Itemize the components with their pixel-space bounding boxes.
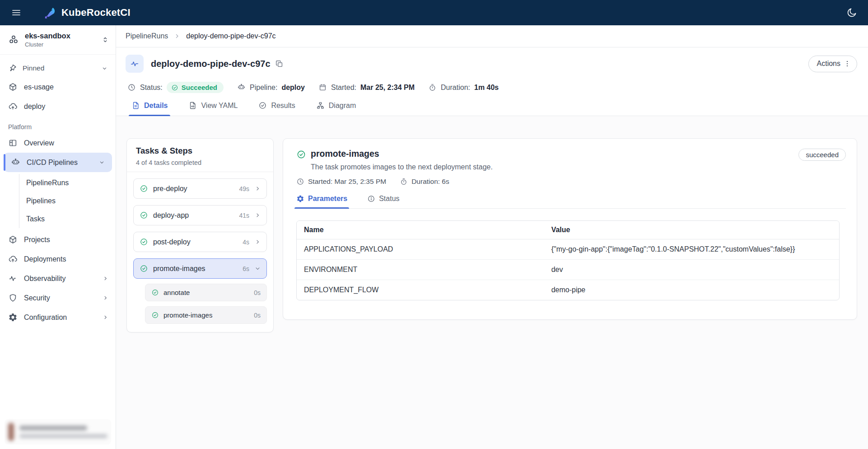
sidebar-item-es-usage[interactable]: es-usage	[0, 77, 116, 97]
sidebar-item-projects[interactable]: Projects	[0, 230, 116, 249]
task-row-promote-images[interactable]: promote-images 6s	[133, 258, 267, 279]
task-meta-row: Started: Mar 25, 2:35 PM Duration: 6s	[296, 178, 846, 186]
status-value: Succeeded	[182, 84, 217, 91]
step-name: promote-images	[163, 311, 249, 319]
chevron-right-icon	[254, 239, 261, 245]
tasks-card-title: Tasks & Steps	[136, 146, 264, 156]
clock-icon	[296, 178, 304, 186]
tasks-card-subtitle: 4 of 4 tasks completed	[136, 159, 264, 166]
details-content: Tasks & Steps 4 of 4 tasks completed pre…	[116, 116, 868, 449]
top-bar: KubeRocketCI	[0, 0, 868, 25]
stopwatch-icon	[400, 178, 408, 186]
cloud-upload-icon	[8, 254, 18, 264]
sidebar-subitem-pipelines[interactable]: Pipelines	[19, 192, 116, 210]
tab-parameters[interactable]: Parameters	[296, 195, 347, 208]
step-name: annotate	[163, 289, 249, 296]
file-code-icon	[188, 101, 197, 110]
cluster-name: eks-sandbox	[25, 32, 95, 40]
sidebar: eks-sandbox Cluster Pinned	[0, 25, 116, 449]
check-circle-icon	[140, 184, 148, 193]
param-value: {"my-go-gin-app":{"imageTag":"0.1.0-SNAP…	[544, 239, 839, 260]
sidebar-item-deploy[interactable]: deploy	[0, 97, 116, 116]
task-detail-tabs: Parameters Status	[296, 195, 846, 209]
step-duration: 0s	[254, 312, 261, 319]
table-row: APPLICATIONS_PAYLOAD {"my-go-gin-app":{"…	[297, 239, 839, 260]
task-name: deploy-app	[153, 211, 234, 220]
sidebar-section-pinned[interactable]: Pinned	[0, 59, 116, 77]
chevron-right-icon	[254, 212, 261, 219]
sidebar-item-cicd-pipelines[interactable]: CI/CD Pipelines	[4, 153, 112, 172]
user-profile[interactable]	[5, 419, 111, 444]
task-list: pre-deploy 49s deploy-app 41s post-deplo…	[127, 172, 273, 332]
table-row: ENVIRONMENT dev	[297, 260, 839, 280]
breadcrumb: PipelineRuns deploy-demo-pipe-dev-c97c	[116, 25, 868, 47]
activity-icon	[8, 274, 18, 283]
run-meta-row: Status: Succeeded Pipeline: deploy	[126, 82, 857, 93]
cube-icon	[8, 235, 18, 244]
tab-details[interactable]: Details	[131, 101, 168, 116]
task-detail-card: promote-images The task promotes images …	[283, 138, 857, 320]
cluster-type: Cluster	[25, 41, 95, 48]
chevron-right-icon	[102, 275, 109, 282]
sidebar-item-label: Overview	[24, 139, 54, 147]
check-circle-icon	[296, 150, 306, 159]
tab-label: View YAML	[201, 102, 238, 110]
sidebar-item-observability[interactable]: Observability	[0, 269, 116, 288]
sidebar-item-overview[interactable]: Overview	[0, 133, 116, 153]
calendar-icon	[318, 83, 327, 92]
task-row-deploy-app[interactable]: deploy-app 41s	[133, 205, 267, 225]
gear-icon	[296, 195, 304, 203]
step-row-promote-images[interactable]: promote-images 0s	[145, 306, 267, 324]
chevron-right-icon	[173, 33, 181, 40]
task-started-text: Started: Mar 25, 2:35 PM	[308, 178, 386, 186]
diagram-icon	[316, 101, 325, 110]
sidebar-subitem-pipelineruns[interactable]: PipelineRuns	[19, 174, 116, 192]
actions-button[interactable]: Actions	[808, 56, 857, 72]
task-duration: Duration: 6s	[400, 178, 449, 186]
step-row-annotate[interactable]: annotate 0s	[145, 284, 267, 301]
sidebar-item-label: deploy	[24, 103, 45, 111]
rocket-logo-icon	[43, 6, 57, 19]
unfold-icon	[101, 36, 109, 44]
sidebar-item-deployments[interactable]: Deployments	[0, 249, 116, 269]
sidebar-item-security[interactable]: Security	[0, 288, 116, 308]
task-row-pre-deploy[interactable]: pre-deploy 49s	[133, 178, 267, 199]
chevron-right-icon	[102, 294, 109, 302]
chevron-right-icon	[254, 185, 261, 192]
task-row-post-deploy[interactable]: post-deploy 4s	[133, 232, 267, 252]
app-window: KubeRocketCI eks-sandbox Cluster	[0, 0, 868, 449]
task-status-badge: succeeded	[798, 149, 846, 161]
status-label: Status:	[140, 84, 163, 92]
avatar	[8, 423, 14, 441]
breadcrumb-current: deploy-demo-pipe-dev-c97c	[186, 32, 275, 40]
platform-section-label: Platform	[8, 123, 116, 131]
task-name: post-deploy	[153, 238, 238, 246]
tab-results[interactable]: Results	[258, 101, 295, 116]
status-group: Status: Succeeded	[127, 82, 224, 93]
stopwatch-icon	[428, 83, 437, 92]
sidebar-item-configuration[interactable]: Configuration	[0, 308, 116, 327]
tab-diagram[interactable]: Diagram	[316, 101, 356, 116]
sidebar-item-label: CI/CD Pipelines	[27, 159, 78, 167]
dark-mode-toggle-icon[interactable]	[846, 7, 857, 18]
tab-status[interactable]: Status	[367, 195, 399, 208]
chevron-right-icon	[102, 313, 109, 321]
tab-label: Details	[144, 102, 168, 110]
task-started: Started: Mar 25, 2:35 PM	[296, 178, 386, 186]
breadcrumb-pipelineruns[interactable]: PipelineRuns	[126, 32, 168, 40]
task-duration-text: Duration: 6s	[411, 178, 449, 186]
started-label: Started:	[331, 84, 356, 92]
tab-view-yaml[interactable]: View YAML	[188, 101, 238, 116]
cluster-icon	[8, 34, 19, 45]
copy-icon[interactable]	[275, 60, 284, 68]
app-logo: KubeRocketCI	[43, 6, 131, 19]
cluster-selector[interactable]: eks-sandbox Cluster	[0, 25, 116, 55]
pipeline-value[interactable]: deploy	[281, 84, 305, 92]
menu-icon[interactable]	[11, 7, 22, 18]
sidebar-subitem-tasks[interactable]: Tasks	[19, 210, 116, 228]
user-info-redacted	[19, 426, 107, 438]
param-name: DEPLOYMENT_FLOW	[297, 280, 544, 300]
table-row: DEPLOYMENT_FLOW demo-pipe	[297, 280, 839, 300]
document-icon	[131, 101, 140, 110]
check-circle-icon	[151, 311, 159, 319]
